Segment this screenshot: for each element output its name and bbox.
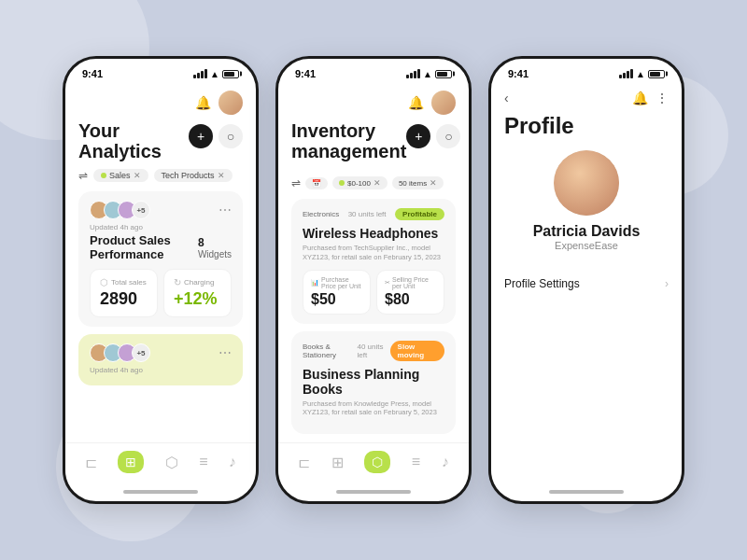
chip-close-2[interactable]: ✕ (218, 171, 225, 180)
analytics-content: 🔔 Your Analytics + ○ ⇌ Sales ✕ (65, 83, 256, 442)
card1-widgets: 8 Widgets (198, 236, 232, 259)
nav-active-1[interactable]: ⊞ (118, 451, 144, 473)
chip-close-1[interactable]: ✕ (134, 171, 141, 180)
product2-desc: Purchased from Knowledge Press, model XY… (303, 399, 444, 418)
card1-label: Updated 4h ago (90, 223, 232, 231)
purchase-price-label: 📊 Purchase Price per Unit (311, 276, 362, 289)
status-bar-3: 9:41 ▲ (491, 59, 682, 83)
product1-units: 30 units left (348, 210, 387, 218)
bottom-nav-2: ⊏ ⊞ ⬡ ≡ ♪ (278, 442, 469, 484)
analytics-title-row: Your Analytics + ○ (78, 120, 243, 161)
tag-icon-1: ✂ (385, 279, 390, 287)
product2-category: Books & Stationery (303, 343, 357, 359)
profile-center: Patricia Davids ExpenseEase (504, 150, 669, 251)
add-button-1[interactable]: + (189, 124, 213, 148)
signal-icon-2 (406, 69, 420, 78)
inv-chip-price-close[interactable]: ✕ (374, 178, 381, 188)
add-button-2[interactable]: + (406, 124, 430, 148)
profile-header-icons: 🔔 ⋮ (632, 91, 669, 105)
phones-container: 9:41 ▲ 🔔 (63, 56, 684, 504)
sales-chip[interactable]: Sales ✕ (93, 169, 148, 182)
nav-home-2[interactable]: ⊏ (298, 454, 310, 471)
selling-price-value: $80 (385, 291, 436, 308)
wifi-icon-3: ▲ (636, 69, 645, 79)
metric-charging-value: +12% (174, 289, 221, 309)
metric-charging: ↻ Charging +12% (163, 269, 232, 317)
card2-dots[interactable]: ⋯ (218, 345, 232, 360)
product1-prices: 📊 Purchase Price per Unit $50 ✂ Selling … (303, 270, 444, 315)
tech-chip[interactable]: Tech Products ✕ (154, 169, 233, 182)
product2-tag-row: Books & Stationery 40 units left Slow mo… (303, 341, 444, 361)
back-arrow[interactable]: ‹ (504, 91, 509, 105)
search-button-1[interactable]: ○ (218, 124, 243, 148)
filter-icon-2: ⇌ (291, 176, 301, 189)
search-button-2[interactable]: ○ (436, 124, 460, 148)
analytics-header-row: 🔔 (78, 91, 243, 115)
status-time-3: 9:41 (508, 68, 529, 79)
price-card-purchase: 📊 Purchase Price per Unit $50 (303, 270, 371, 315)
charging-icon: ↻ (174, 277, 181, 287)
status-bar-2: 9:41 ▲ (278, 59, 469, 83)
home-indicator-1 (123, 490, 198, 494)
metric-sales-value: 2890 (100, 289, 148, 309)
phone-inventory: 9:41 ▲ 🔔 (275, 56, 472, 504)
menu-arrow-profile-settings: › (665, 277, 669, 290)
product2-units: 40 units left (357, 343, 389, 359)
metric-charging-label: ↻ Charging (174, 277, 221, 287)
metric-sales: ⬡ Total sales 2890 (90, 269, 158, 317)
inventory-filters: ⇌ 📅 $0-100 ✕ 50 items ✕ (291, 176, 456, 189)
product-card-2: Books & Stationery 40 units left Slow mo… (291, 331, 456, 435)
bell-icon-1[interactable]: 🔔 (195, 95, 211, 110)
analytics-card-1: +5 ⋯ Updated 4h ago Product Sales Perfor… (78, 191, 243, 327)
nav-filter-2[interactable]: ≡ (412, 454, 420, 470)
inventory-header-row: 🔔 (291, 91, 456, 115)
nav-music-2[interactable]: ♪ (442, 454, 449, 470)
analytics-title: Your Analytics (78, 120, 189, 161)
analytics-card-2: +5 ⋯ Updated 4h ago (78, 334, 243, 385)
inv-chip-items[interactable]: 50 items ✕ (392, 176, 444, 189)
filter-icon-1: ⇌ (78, 169, 88, 182)
wifi-icon-1: ▲ (210, 69, 219, 79)
profile-subtitle: ExpenseEase (555, 240, 618, 251)
product1-tag-row: Electronics 30 units left Profitable (303, 208, 444, 220)
inventory-content: 🔔 Inventory management + ○ ⇌ 📅 (278, 83, 469, 442)
metrics-grid: ⬡ Total sales 2890 ↻ Charging +12% (90, 269, 232, 317)
phone-analytics: 9:41 ▲ 🔔 (63, 56, 259, 504)
analytics-title-actions: + ○ (189, 124, 243, 148)
status-icons-1: ▲ (193, 69, 239, 79)
purchase-price-value: $50 (311, 291, 362, 308)
bell-icon-3[interactable]: 🔔 (632, 91, 648, 105)
profile-content: ‹ 🔔 ⋮ Profile Patricia Davids ExpenseEas… (491, 83, 682, 291)
status-time-1: 9:41 (82, 68, 103, 79)
nav-home-1[interactable]: ⊏ (85, 454, 97, 471)
battery-icon-2 (435, 70, 452, 78)
product1-name: Wireless Headphones (303, 226, 444, 241)
card1-avatars: +5 (90, 201, 150, 219)
profile-name: Patricia Davids (533, 223, 641, 240)
inventory-title: Inventory management (291, 120, 406, 161)
user-avatar-1[interactable] (218, 91, 243, 115)
card2-avatars: +5 (90, 343, 150, 362)
card2-header: +5 ⋯ (90, 343, 232, 362)
nav-filter-1[interactable]: ≡ (199, 454, 207, 470)
status-time-2: 9:41 (295, 68, 316, 79)
menu-item-profile-settings[interactable]: Profile Settings › (504, 266, 669, 291)
nav-doc-1[interactable]: ⬡ (165, 454, 178, 471)
profile-menu-list: Profile Settings › Sound Notifications L… (504, 266, 669, 291)
menu-label-profile-settings: Profile Settings (504, 277, 580, 290)
user-avatar-2[interactable] (431, 91, 456, 115)
more-icon[interactable]: ⋮ (655, 91, 669, 105)
nav-grid-2[interactable]: ⊞ (331, 454, 344, 471)
nav-music-1[interactable]: ♪ (229, 454, 236, 470)
nav-active-2[interactable]: ⬡ (364, 451, 390, 473)
profile-title: Profile (504, 113, 669, 139)
inv-chip-items-close[interactable]: ✕ (430, 178, 437, 188)
card1-dots[interactable]: ⋯ (218, 203, 232, 217)
price-card-selling: ✂ Selling Price per Unit $80 (376, 270, 444, 315)
bell-icon-2[interactable]: 🔔 (408, 95, 424, 110)
inv-chip-calendar[interactable]: 📅 (305, 177, 328, 189)
wifi-icon-2: ▲ (423, 69, 432, 79)
home-indicator-3 (549, 490, 624, 494)
product2-badge: Slow moving (390, 341, 444, 361)
inv-chip-price[interactable]: $0-100 ✕ (332, 176, 388, 189)
